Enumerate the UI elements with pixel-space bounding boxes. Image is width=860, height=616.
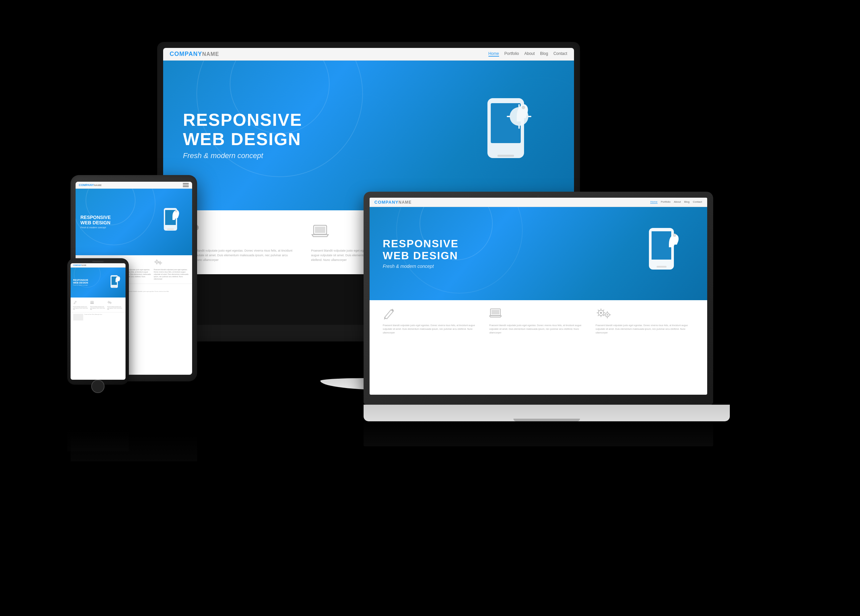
laptop-laptop-icon — [489, 307, 502, 320]
smartphone-reflection — [67, 428, 129, 451]
svg-rect-2 — [497, 155, 514, 157]
phone-hero: RESPONSIVEWEB DESIGN Fresh & modern conc… — [71, 268, 126, 298]
svg-rect-36 — [651, 231, 671, 260]
laptop: COMPANYNAME Home Portfolio About Blog Co… — [364, 192, 730, 458]
svg-point-8 — [522, 106, 525, 109]
phone-feature-1: Praesent blandit vulputate justo eget eg… — [73, 299, 89, 310]
svg-rect-27 — [113, 287, 116, 288]
laptop-hero-subtitle: Fresh & modern concept — [383, 263, 459, 269]
tablet-gears-icon — [154, 259, 163, 266]
tablet-camera — [133, 179, 135, 180]
tablet-nav: COMPANYNAME — [75, 182, 192, 189]
main-hero-text: RESPONSIVE WEB DESIGN Fresh & modern con… — [183, 110, 302, 160]
hero-title-line2: WEB DESIGN — [183, 130, 302, 149]
phone-hero-title: RESPONSIVEWEB DESIGN — [73, 279, 89, 284]
phone-feature-2-text: Praesent blandit vulputate justo eget eg… — [90, 306, 105, 310]
laptop-nav-about: About — [674, 200, 681, 204]
nav-home: Home — [488, 51, 499, 56]
svg-point-38 — [673, 234, 676, 237]
tablet-company-name: COMPANYNAME — [79, 183, 102, 187]
laptop-base — [364, 405, 730, 421]
laptop-hero-title: RESPONSIVEWEB DESIGN — [383, 238, 459, 261]
laptop-company-name: COMPANYNAME — [375, 200, 412, 205]
svg-point-44 — [607, 314, 608, 315]
phone-features: Praesent blandit vulputate justo eget eg… — [71, 298, 126, 312]
svg-point-28 — [117, 276, 119, 277]
hamburger-line-3 — [183, 187, 189, 187]
laptop-nav-contact: Contact — [693, 200, 702, 204]
laptop-nav-links: Home Portfolio About Blog Contact — [650, 200, 702, 204]
phone-hand-svg — [468, 88, 554, 181]
feature-1-icon — [183, 222, 298, 244]
hero-circle-3 — [330, 94, 396, 160]
smartphone-body: COMPANYNAME RESPONSIVEWEB DESIGN Fresh &… — [67, 258, 129, 385]
main-nav-links: Home Portfolio About Blog Contact — [488, 51, 567, 56]
laptop-reflection — [364, 420, 713, 446]
tablet-feature-3: Praesent blandit vulputate justo eget eg… — [154, 259, 189, 280]
hamburger-line-1 — [183, 183, 189, 184]
hamburger-line-2 — [183, 185, 189, 185]
tablet-co-bold: COMPANY — [79, 183, 94, 187]
laptop-nav-home: Home — [650, 200, 657, 204]
laptop-hero-icon — [637, 222, 694, 285]
laptop-feature-3-text: Praesent blandit vulputate justo eget eg… — [596, 323, 694, 335]
laptop-icon — [311, 222, 329, 240]
phone-phone-hand-icon — [108, 274, 123, 291]
svg-rect-30 — [91, 301, 93, 303]
tablet-hero-title: RESPONSIVEWEB DESIGN — [80, 215, 111, 225]
smartphone-home-button[interactable] — [91, 380, 105, 393]
phone-company-name: COMPANYNAME — [73, 264, 86, 266]
tablet-hamburger[interactable] — [183, 183, 189, 187]
laptop-feature-3: Praesent blandit vulputate justo eget eg… — [596, 307, 694, 335]
tablet-hero-text: RESPONSIVEWEB DESIGN Fresh & modern conc… — [80, 215, 111, 229]
laptop-feature-1-text: Praesent blandit vulputate justo eget eg… — [383, 323, 481, 335]
svg-point-32 — [108, 302, 109, 303]
svg-rect-10 — [315, 227, 325, 233]
laptop-screen-assembly: COMPANYNAME Home Portfolio About Blog Co… — [364, 192, 713, 405]
laptop-feature-2-text: Praesent blandit vulputate justo eget eg… — [489, 323, 587, 335]
phone-thumb — [73, 314, 83, 320]
phone-hero-text: RESPONSIVEWEB DESIGN Fresh & modern conc… — [73, 279, 89, 285]
phone-speaker — [92, 261, 104, 262]
main-hero-phone-hand-icon — [468, 88, 554, 183]
svg-point-22 — [156, 261, 157, 262]
laptop-phone-hand-svg — [637, 222, 694, 284]
laptop-camera — [537, 195, 540, 197]
svg-point-24 — [160, 262, 160, 263]
svg-point-18 — [175, 210, 177, 212]
svg-rect-40 — [491, 310, 499, 315]
tablet-feature-3-icon — [154, 259, 189, 267]
laptop-display: COMPANYNAME Home Portfolio About Blog Co… — [370, 197, 707, 395]
laptop-screen-body: COMPANYNAME Home Portfolio About Blog Co… — [364, 192, 713, 405]
tablet-hero: RESPONSIVEWEB DESIGN Fresh & modern conc… — [75, 189, 192, 255]
main-hero: RESPONSIVE WEB DESIGN Fresh & modern con… — [163, 61, 574, 210]
svg-rect-37 — [657, 266, 667, 268]
tablet-hero-subtitle: Fresh & modern concept — [80, 226, 111, 229]
main-nav: COMPANYNAME Home Portfolio About Blog Co… — [163, 48, 574, 61]
phone-hero-subtitle: Fresh & modern concept — [73, 284, 89, 286]
tablet-feature-3-text: Praesent blandit vulputate justo eget eg… — [154, 268, 189, 280]
main-company-name: COMPANYNAME — [170, 50, 220, 58]
laptop-gears-icon — [596, 307, 612, 320]
phone-feature-3-text: Praesent blandit vulputate justo eget eg… — [107, 306, 122, 310]
svg-point-42 — [600, 312, 602, 314]
feature-1: Praesent blandit vulputate justo eget eg… — [183, 222, 298, 263]
phone-feature-3: Praesent blandit vulputate justo eget eg… — [107, 299, 122, 310]
phone-extra: Footer text here. Nunc ullamcorper arcu. — [71, 312, 126, 323]
laptop-hero-text: RESPONSIVEWEB DESIGN Fresh & modern conc… — [383, 238, 459, 268]
scene: COMPANYNAME Home Portfolio About Blog Co… — [64, 25, 796, 591]
laptop-nav: COMPANYNAME Home Portfolio About Blog Co… — [370, 197, 707, 207]
laptop-nav-portfolio: Portfolio — [661, 200, 670, 204]
company-normal: NAME — [202, 51, 219, 57]
phone-gears-icon — [107, 301, 112, 304]
smartphone-screen: COMPANYNAME RESPONSIVEWEB DESIGN Fresh &… — [71, 263, 126, 380]
phone-laptop-icon — [90, 301, 94, 304]
main-hero-subtitle: Fresh & modern concept — [183, 151, 302, 160]
phone-feature-1-text: Praesent blandit vulputate justo eget eg… — [73, 306, 89, 310]
laptop-feature-2: Praesent blandit vulputate justo eget eg… — [489, 307, 587, 335]
phone-extra-text: Footer text here. Nunc ullamcorper arcu. — [85, 314, 123, 320]
smartphone: COMPANYNAME RESPONSIVEWEB DESIGN Fresh &… — [67, 258, 129, 425]
svg-point-34 — [110, 303, 111, 303]
nav-portfolio: Portfolio — [504, 51, 519, 56]
phone-nav: COMPANYNAME — [71, 263, 126, 268]
